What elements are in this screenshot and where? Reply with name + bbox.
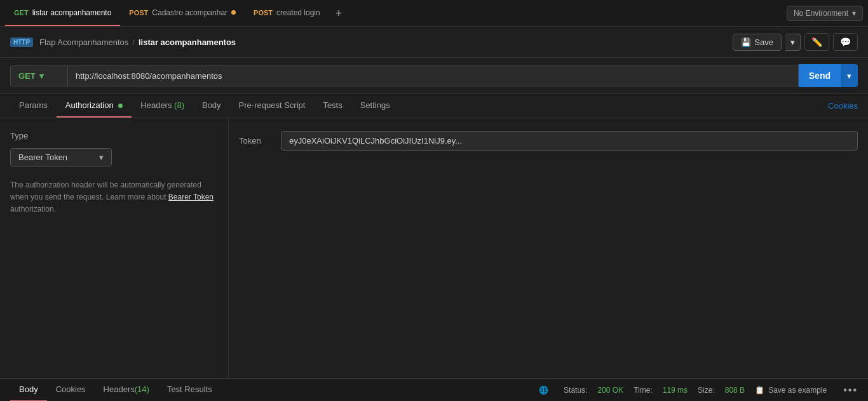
auth-token-panel: Token: [229, 118, 868, 378]
tab-method-post-1: POST: [129, 9, 148, 17]
add-tab-button[interactable]: +: [329, 8, 349, 19]
bottom-tab-body[interactable]: Body: [10, 379, 47, 402]
token-input[interactable]: [281, 131, 858, 151]
save-example-label: Save as example: [768, 386, 827, 395]
bottom-tab-cookies[interactable]: Cookies: [47, 379, 95, 402]
breadcrumb-separator: /: [132, 37, 135, 47]
url-bar: GET ▾ Send ▾: [0, 58, 868, 94]
tab-tests-label: Tests: [323, 100, 342, 110]
cookies-link[interactable]: Cookies: [828, 95, 858, 117]
tab-authorization[interactable]: Authorization: [57, 94, 132, 118]
tab-label-1: listar acompanhamento: [32, 8, 112, 17]
save-as-example-button[interactable]: 📋 Save as example: [755, 386, 827, 395]
tab-get-listar[interactable]: GET listar acompanhamento: [5, 0, 120, 26]
size-value: 808 B: [725, 386, 745, 395]
tab-method-post-2: POST: [254, 9, 273, 17]
bottom-tab-headers[interactable]: Headers (14): [95, 379, 158, 402]
main-content: Type Bearer Token ▾ The authorization he…: [0, 118, 868, 378]
globe-icon: 🌐: [539, 386, 548, 395]
request-header-bar: HTTP Flap Acompanhamentos / listar acomp…: [0, 27, 868, 58]
url-input[interactable]: [67, 65, 799, 86]
bearer-token-link[interactable]: Bearer Token: [168, 193, 214, 201]
environment-label: No Environment: [794, 9, 848, 18]
tab-method-get: GET: [14, 9, 29, 17]
bottom-bar: Body Cookies Headers (14) Test Results 🌐…: [0, 378, 868, 401]
bottom-headers-label: Headers: [104, 384, 135, 394]
status-bar: 🌐 Status: 200 OK Time: 119 ms Size: 808 …: [539, 384, 858, 396]
collection-name: Flap Acompanhamentos: [39, 37, 128, 47]
status-label: Status:: [564, 386, 587, 395]
save-button[interactable]: 💾 Save: [733, 34, 782, 51]
bearer-token-label: Bearer Token: [18, 153, 67, 162]
chevron-down-icon: ▾: [852, 9, 856, 18]
chevron-down-icon: ▾: [99, 153, 104, 162]
send-dropdown-button[interactable]: ▾: [841, 64, 858, 87]
bottom-tab-test-results[interactable]: Test Results: [158, 379, 221, 402]
tab-body-label: Body: [202, 100, 221, 110]
bottom-headers-badge: (14): [135, 384, 149, 394]
tab-post-cadastro[interactable]: POST Cadastro acompanhar: [120, 0, 245, 26]
save-example-icon: 📋: [755, 386, 764, 395]
headers-count-badge: (8): [174, 100, 184, 110]
size-label: Size:: [698, 386, 715, 395]
more-options-button[interactable]: •••: [843, 384, 858, 396]
request-tabs: Params Authorization Headers (8) Body Pr…: [0, 94, 868, 118]
bottom-cookies-label: Cookies: [56, 384, 86, 394]
status-value: 200 OK: [597, 386, 623, 395]
method-dropdown-arrow: ▾: [39, 71, 44, 81]
tab-prerequest-label: Pre-request Script: [239, 100, 306, 110]
edit-icon-button[interactable]: ✏️: [804, 33, 829, 51]
tab-body[interactable]: Body: [193, 94, 230, 118]
token-label: Token: [239, 136, 271, 146]
tab-prerequest[interactable]: Pre-request Script: [230, 94, 315, 118]
selected-method: GET: [18, 71, 36, 81]
time-label: Time:: [634, 386, 653, 395]
time-value: 119 ms: [663, 386, 688, 395]
send-button[interactable]: Send: [799, 64, 841, 87]
authorization-active-dot: [118, 104, 123, 108]
tab-params[interactable]: Params: [10, 94, 57, 118]
method-selector[interactable]: GET ▾: [10, 65, 67, 86]
tab-settings[interactable]: Settings: [351, 94, 399, 118]
save-label: Save: [754, 37, 773, 47]
auth-type-label: Type: [10, 131, 218, 140]
token-row: Token: [239, 131, 858, 151]
tab-headers[interactable]: Headers (8): [132, 94, 193, 118]
bearer-token-selector[interactable]: Bearer Token ▾: [10, 148, 112, 167]
tab-params-label: Params: [19, 100, 48, 110]
tab-post-login[interactable]: POST created login: [245, 0, 329, 26]
tab-tests[interactable]: Tests: [314, 94, 351, 118]
header-actions: 💾 Save ▾ ✏️ 💬: [733, 33, 858, 51]
tab-authorization-label: Authorization: [65, 100, 114, 110]
http-badge: HTTP: [10, 37, 33, 47]
tab-unsaved-dot-1: [231, 10, 236, 15]
environment-selector[interactable]: No Environment ▾: [787, 6, 863, 21]
chevron-down-icon: ▾: [790, 37, 795, 47]
comment-icon-button[interactable]: 💬: [833, 33, 858, 51]
bottom-body-label: Body: [19, 384, 38, 394]
auth-description-end: authorization.: [10, 205, 56, 214]
bottom-tabs: Body Cookies Headers (14) Test Results: [10, 379, 221, 402]
tab-bar: GET listar acompanhamento POST Cadastro …: [0, 0, 868, 27]
request-name: listar acompanhamentos: [139, 37, 236, 47]
breadcrumb: HTTP Flap Acompanhamentos / listar acomp…: [10, 37, 726, 47]
save-icon: 💾: [741, 37, 751, 47]
auth-type-panel: Type Bearer Token ▾ The authorization he…: [0, 118, 229, 378]
auth-description: The authorization header will be automat…: [10, 179, 218, 216]
tab-label-3: created login: [276, 8, 320, 17]
save-dropdown-button[interactable]: ▾: [785, 34, 801, 51]
tab-headers-label: Headers: [140, 100, 172, 110]
tab-settings-label: Settings: [360, 100, 390, 110]
bottom-test-results-label: Test Results: [167, 384, 212, 394]
tab-label-2: Cadastro acompanhar: [152, 8, 227, 17]
